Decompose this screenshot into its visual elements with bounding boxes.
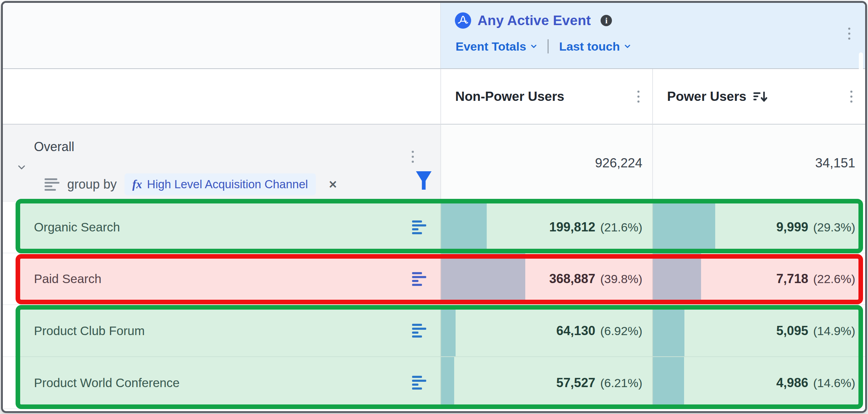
breakdown-bars-icon[interactable] — [412, 324, 426, 338]
row-label: Product Club Forum — [34, 324, 145, 338]
remove-group-by-icon[interactable]: ✕ — [329, 178, 337, 191]
column-header-empty — [3, 69, 440, 125]
cell-value: 199,812 — [549, 220, 595, 235]
cell-value: 64,130 — [556, 323, 595, 338]
table-cell: 7,718 (22.6%) — [652, 253, 865, 305]
attribution-label: Last touch — [559, 40, 620, 53]
table-cell: 64,130 (6.92%) — [440, 305, 652, 357]
collapse-chevron-icon[interactable] — [17, 163, 23, 169]
table-cell: 4,986 (14.6%) — [652, 357, 865, 409]
cell-value: 5,095 — [776, 323, 808, 338]
column-header-power-users[interactable]: Power Users — [652, 69, 865, 125]
table-row-label: Paid Search — [3, 253, 440, 305]
overall-menu-kebab-icon[interactable] — [410, 149, 416, 165]
overall-total-non-power: 926,224 — [440, 125, 652, 202]
group-by-chip[interactable]: fx High Level Acquisition Channel — [125, 173, 316, 195]
event-header: Any Active Event i Event Totals Last tou… — [440, 3, 865, 69]
value-bar — [441, 305, 456, 356]
table-cell: 199,812 (21.6%) — [440, 202, 652, 253]
column-header-non-power-users[interactable]: Non-Power Users — [440, 69, 652, 125]
event-title-row: Any Active Event i — [455, 11, 612, 30]
value-bar — [653, 305, 684, 356]
event-menu-kebab-icon[interactable] — [846, 25, 852, 42]
table-row-label: Product World Conference — [3, 357, 440, 409]
info-icon[interactable]: i — [601, 15, 612, 26]
cell-percent: (39.8%) — [600, 272, 642, 286]
cell-value: 368,887 — [549, 271, 595, 286]
attribution-dropdown[interactable]: Last touch — [559, 40, 631, 53]
value-bar — [441, 357, 454, 408]
row-label: Paid Search — [34, 272, 102, 286]
table-cell: 368,887 (39.8%) — [440, 253, 652, 305]
row-label: Product World Conference — [34, 376, 180, 390]
cell-value: 9,999 — [776, 220, 808, 235]
group-by-chip-label: High Level Acquisition Channel — [147, 178, 308, 191]
formula-fx-icon: fx — [132, 178, 142, 191]
cell-value: 7,718 — [776, 271, 808, 286]
event-settings-row: Event Totals Last touch — [456, 38, 631, 54]
column-menu-kebab-icon[interactable] — [635, 88, 642, 105]
table-row-label: Organic Search — [3, 202, 440, 253]
cell-percent: (21.6%) — [600, 220, 642, 234]
value-bar — [653, 202, 715, 253]
overall-total-power: 34,151 — [652, 125, 865, 202]
group-by-icon — [45, 178, 59, 191]
amplitude-event-icon — [455, 12, 471, 29]
cell-percent: (22.6%) — [813, 272, 855, 286]
breakdown-bars-icon[interactable] — [412, 376, 426, 390]
event-name[interactable]: Any Active Event — [478, 13, 591, 28]
divider — [548, 39, 549, 53]
cell-percent: (14.6%) — [813, 376, 855, 390]
overall-row: Overall group by fx High Level Acquisiti… — [3, 125, 440, 202]
column-menu-kebab-icon[interactable] — [848, 88, 855, 105]
group-by-text: group by — [67, 177, 117, 192]
value-bar — [441, 202, 487, 253]
table-cell: 57,527 (6.21%) — [440, 357, 652, 409]
overall-total-value: 926,224 — [595, 156, 642, 171]
overall-total-value: 34,151 — [815, 156, 855, 171]
overall-label: Overall — [34, 139, 74, 154]
table-cell: 5,095 (14.9%) — [652, 305, 865, 357]
filter-funnel-icon[interactable] — [416, 171, 432, 190]
cell-percent: (6.21%) — [600, 376, 642, 390]
cell-percent: (14.9%) — [813, 324, 855, 338]
value-bar — [653, 357, 684, 408]
table-row-label: Product Club Forum — [3, 305, 440, 357]
column-label: Power Users — [667, 89, 746, 104]
cell-value: 4,986 — [776, 375, 808, 390]
sort-descending-icon[interactable] — [753, 90, 768, 104]
breakdown-bars-icon[interactable] — [412, 220, 426, 234]
value-bar — [441, 253, 525, 304]
value-bar — [653, 253, 701, 304]
cell-percent: (6.92%) — [600, 324, 642, 338]
table-cell: 9,999 (29.3%) — [652, 202, 865, 253]
chevron-down-icon — [531, 43, 537, 50]
cell-value: 57,527 — [556, 375, 595, 390]
results-table-window: Any Active Event i Event Totals Last tou… — [1, 1, 867, 413]
measure-dropdown[interactable]: Event Totals — [456, 40, 537, 53]
column-label: Non-Power Users — [455, 89, 564, 104]
chevron-down-icon — [624, 43, 631, 50]
breakdown-bars-icon[interactable] — [412, 272, 426, 286]
measure-label: Event Totals — [456, 40, 526, 53]
row-label: Organic Search — [34, 220, 120, 234]
cell-percent: (29.3%) — [813, 220, 855, 234]
group-by-row: group by fx High Level Acquisition Chann… — [45, 173, 337, 195]
header-empty-cell — [3, 3, 440, 69]
